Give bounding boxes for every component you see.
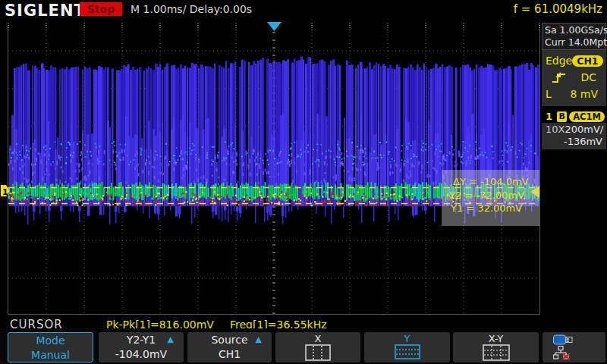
memory-depth: Curr 14.0Mpts	[545, 36, 603, 49]
waveform-display: 1 ΔY = -104.0mV Y2 = -72.00mV Y1 = 32.00…	[0, 21, 541, 315]
softkey-menu: Mode Manual Y2-Y1 ▲ -104.0mV Source ▲ CH…	[0, 328, 607, 364]
io-status-cell	[543, 332, 605, 362]
xy-cursors-icon	[483, 344, 510, 361]
cursor-xy-label: X-Y	[453, 334, 539, 344]
status-sidebar: Sa 1.00GSa/s Curr 14.0Mpts Edge CH1 DC L…	[541, 21, 607, 328]
up-arrow-icon: ▲	[168, 334, 174, 344]
trigger-coupling: DC	[580, 71, 596, 83]
frequency-counter: f = 61.0049kHz	[514, 2, 602, 16]
trigger-mode: Edge	[546, 55, 572, 67]
lan-disconnected-icon	[553, 346, 571, 360]
softkey-source[interactable]: Source ▲ CH1	[187, 332, 272, 362]
cursor-x-label: X	[275, 334, 360, 344]
cursor-delta-y: ΔY = -104.0mV	[453, 176, 529, 187]
run-state-badge[interactable]: Stop	[80, 2, 122, 16]
softkey-cursor-xy[interactable]: X-Y	[453, 332, 539, 362]
softkey-cursor-y[interactable]: Y	[364, 332, 450, 362]
softkey-cursor-x[interactable]: X	[275, 332, 360, 362]
source-value: CH1	[187, 347, 272, 361]
channel-coupling-badge: AC1M	[569, 111, 605, 122]
y2y1-value: -104.0mV	[99, 347, 184, 361]
oscilloscope-screen: SIGLENT Stop M 1.00ms/ Delay:0.00s f = 6…	[0, 0, 607, 364]
vertical-scale: 200mV/	[565, 124, 603, 136]
softkey-mode[interactable]: Mode Manual	[8, 332, 93, 362]
cursor-y-label: Y	[364, 334, 450, 344]
brand-logo: SIGLENT	[5, 2, 86, 20]
svg-text:1: 1	[2, 187, 8, 197]
trigger-level-value: 8 mV	[570, 88, 598, 100]
trigger-panel[interactable]: Edge CH1 DC L 8 mV	[542, 50, 606, 106]
softkey-y2y1[interactable]: Y2-Y1 ▲ -104.0mV	[99, 332, 184, 362]
up-arrow-icon: ▲	[256, 334, 262, 344]
channel-number: 1	[546, 111, 555, 122]
acquisition-panel: Sa 1.00GSa/s Curr 14.0Mpts	[542, 23, 606, 50]
rising-edge-icon	[552, 71, 567, 84]
sample-rate: Sa 1.00GSa/s	[545, 24, 603, 36]
vertical-offset: -136mV	[564, 136, 602, 148]
trigger-source-badge: CH1	[572, 55, 602, 67]
waveform-trace: 1	[1, 22, 540, 315]
mode-label: Mode	[8, 333, 93, 348]
usb-connected-icon	[553, 334, 573, 345]
trigger-level-label: L	[546, 88, 552, 100]
y-cursors-icon	[395, 344, 420, 359]
x-cursors-icon	[305, 344, 331, 361]
cursor-readout-overlay: ΔY = -104.0mV Y2 = -72.00mV Y1 = 32.00mV	[442, 170, 539, 226]
mode-value: Manual	[8, 348, 93, 362]
bandwidth-limit-badge: B	[557, 111, 567, 122]
channel1-panel[interactable]: 1 B AC1M 10X 200mV/ -136mV	[542, 110, 606, 149]
probe-attenuation: 10X	[546, 124, 565, 136]
timebase-readout[interactable]: M 1.00ms/ Delay:0.00s	[131, 3, 252, 15]
cursor-y2: Y2 = -72.00mV	[448, 190, 524, 201]
cursor-y1: Y1 = 32.00mV	[450, 202, 522, 214]
